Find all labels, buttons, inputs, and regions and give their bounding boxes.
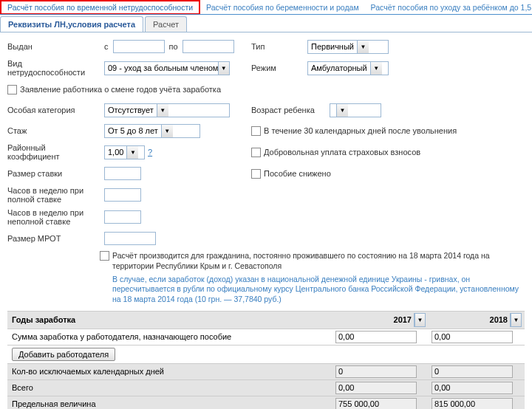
row-total-label: Всего [7, 380, 332, 396]
label-regional: Районный коэффициент [7, 143, 100, 161]
label-special-category: Особая категория [7, 106, 100, 114]
select-type[interactable]: Первичный ▼ [307, 40, 389, 54]
label-to: по [169, 42, 178, 51]
nav-childcare[interactable]: Расчёт пособия по уходу за ребёнком до 1… [365, 1, 532, 13]
input-earn-y2[interactable] [432, 331, 513, 343]
chevron-down-icon[interactable]: ▼ [415, 314, 425, 326]
label-hours-full: Часов в неделю при полной ставке [7, 186, 100, 204]
top-nav: Расчёт пособия по временной нетрудоспосо… [0, 0, 532, 15]
label-child-age: Возраст ребенка [251, 106, 325, 114]
tab-requisites[interactable]: Реквизиты ЛН,условия расчета [0, 16, 143, 32]
label-from: с [104, 42, 109, 51]
select-child-age[interactable]: ▼ [330, 103, 381, 117]
select-special-category[interactable]: Отсутствует ▼ [104, 103, 230, 117]
input-hours-full[interactable] [104, 188, 141, 202]
label-voluntary: Добровольная уплата страховых взносов [264, 148, 420, 157]
label-type: Тип [251, 42, 303, 51]
label-issued: Выдан [7, 42, 100, 51]
chevron-down-icon[interactable]: ▼ [161, 125, 173, 137]
chevron-down-icon[interactable]: ▼ [357, 41, 369, 53]
label-disability-kind: Вид нетрудоспособности [7, 59, 100, 77]
row-earn-label: Сумма заработка у работодателя, назначаю… [7, 329, 332, 345]
label-mrot: Размер МРОТ [7, 234, 100, 243]
limit-y1: 755 000,00 [335, 398, 417, 409]
select-regional[interactable]: 1,00 ▼ [104, 145, 145, 159]
chevron-down-icon[interactable]: ▼ [370, 62, 382, 75]
ukraine-note: В случае, если заработок (доход) указан … [7, 275, 525, 305]
checkbox-benefit-reduced[interactable] [251, 169, 261, 179]
input-mrot[interactable] [104, 232, 156, 245]
form-area: Выдан с по Тип Первичный ▼ Вид нетрудосп… [0, 32, 532, 409]
label-hours-part: Часов в неделю при неполной ставке [7, 208, 100, 226]
chevron-down-icon[interactable]: ▼ [218, 62, 230, 75]
row-limit-label: Предельная величина [7, 396, 332, 409]
tab-bar: Реквизиты ЛН,условия расчета Расчет [0, 16, 532, 32]
select-year1[interactable]: ▼ [414, 313, 426, 327]
excl-y1: 0 [335, 365, 417, 378]
add-employer-button[interactable]: Добавить работодателя [12, 348, 115, 361]
chevron-down-icon[interactable]: ▼ [511, 314, 521, 326]
chevron-down-icon[interactable]: ▼ [157, 104, 168, 117]
checkbox-within30[interactable] [251, 126, 261, 136]
label-employee-statement: Заявление работника о смене годов учёта … [20, 85, 221, 94]
chevron-down-icon[interactable]: ▼ [336, 104, 348, 117]
label-seniority: Стаж [7, 126, 100, 135]
select-mode[interactable]: Амбулаторный ▼ [307, 61, 389, 75]
row-excl-label: Кол-во исключаемых календарных дней [7, 364, 332, 379]
input-rate-size[interactable] [104, 167, 141, 180]
select-year2[interactable]: ▼ [510, 313, 522, 327]
limit-y2: 815 000,00 [432, 398, 513, 409]
checkbox-employee-statement[interactable] [7, 85, 17, 94]
excl-y2: 0 [432, 365, 513, 378]
total-y1: 0,00 [335, 382, 417, 394]
label-crimea-note: Расчёт производится для гражданина, пост… [112, 251, 525, 271]
label-within30: В течение 30 календарных дней после увол… [264, 126, 457, 135]
grid-header-label: Годы заработка [7, 312, 332, 329]
nav-temp-disability[interactable]: Расчёт пособия по временной нетрудоспосо… [0, 0, 200, 15]
tab-calculation[interactable]: Расчет [145, 16, 187, 32]
select-disability-kind[interactable]: 09 - уход за больным членом ▼ [104, 61, 230, 75]
select-seniority[interactable]: От 5 до 8 лет ▼ [104, 124, 200, 138]
checkbox-voluntary[interactable] [251, 148, 261, 157]
label-benefit-reduced: Пособие снижено [264, 169, 331, 178]
input-date-to[interactable] [183, 40, 234, 53]
input-earn-y1[interactable] [335, 331, 417, 343]
year1-value: 2017 [394, 315, 412, 324]
year2-value: 2018 [490, 315, 508, 324]
total-y2: 0,00 [432, 382, 513, 394]
input-hours-part[interactable] [104, 210, 141, 224]
checkbox-crimea[interactable] [100, 251, 109, 261]
help-link[interactable]: ? [148, 148, 152, 157]
chevron-down-icon[interactable]: ▼ [126, 146, 138, 159]
earnings-grid: Годы заработка 2017 ▼ 2018 ▼ Сумма зараб… [7, 311, 525, 409]
label-mode: Режим [251, 63, 303, 72]
nav-maternity[interactable]: Расчёт пособия по беременности и родам [200, 1, 365, 13]
input-date-from[interactable] [113, 40, 165, 53]
label-rate-size: Размер ставки [7, 169, 100, 178]
